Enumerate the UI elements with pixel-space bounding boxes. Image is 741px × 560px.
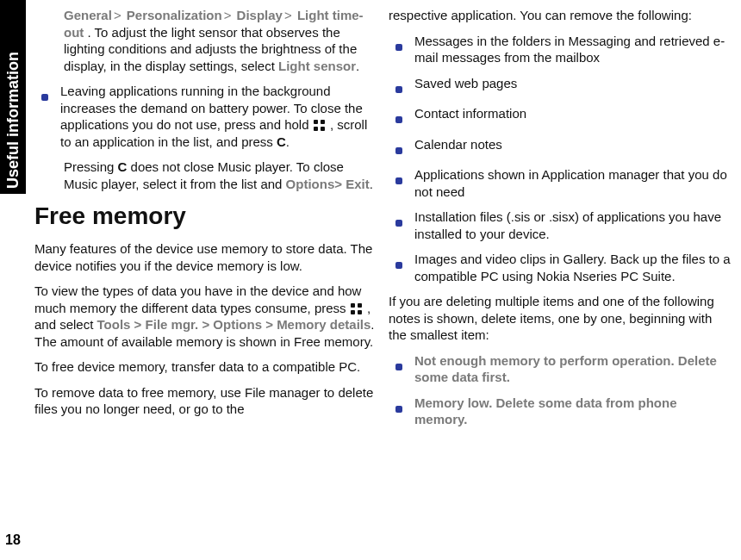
bullet-icon [34, 83, 55, 105]
heading-free-memory: Free memory [34, 201, 378, 232]
text: To view the types of data you have in th… [34, 283, 361, 315]
svg-rect-5 [358, 303, 362, 308]
warning-text: Memory low. Delete some data from phone … [409, 395, 732, 428]
svg-rect-3 [321, 127, 325, 131]
bullet-text: Leaving applications running in the back… [55, 83, 378, 150]
app-key-icon [313, 119, 327, 133]
label-options: Options [286, 177, 335, 191]
label-file-mgr: File mgr. [146, 317, 199, 332]
svg-rect-7 [358, 310, 362, 314]
breadcrumb-sep: > [112, 8, 123, 22]
para-free-memory-3: To free device memory, transfer data to … [34, 358, 378, 376]
warning-text: Not enough memory to perform operation. … [409, 352, 732, 386]
svg-rect-6 [351, 310, 355, 314]
right-column: respective application. You can remove t… [389, 7, 732, 551]
bullet-icon [389, 75, 409, 97]
label-exit: Exit [346, 177, 370, 191]
bullet-item: Not enough memory to perform operation. … [389, 352, 732, 386]
para-breadcrumb-intro: General> Personalization> Display> Light… [34, 7, 378, 74]
text: . [286, 134, 290, 149]
bullet-icon [389, 166, 409, 189]
breadcrumb-sep: > [134, 317, 142, 332]
bullet-text: Saved web pages [409, 75, 732, 92]
para-remove-intro: respective application. You can remove t… [389, 7, 732, 24]
para-free-memory-2: To view the types of data you have in th… [34, 283, 378, 350]
bullet-item: Images and video clips in Gallery. Back … [389, 251, 732, 284]
para-free-memory-4: To remove data to free memory, use File … [34, 384, 378, 418]
side-tab: Useful information [0, 0, 26, 194]
breadcrumb-sep: > [283, 8, 294, 22]
bullet-icon [389, 136, 409, 159]
breadcrumb-item: Display [237, 8, 283, 22]
breadcrumb-item: General [64, 8, 112, 22]
key-c: C [118, 159, 128, 174]
bullet-item: Saved web pages [389, 75, 732, 97]
para-free-memory-1: Many features of the device use memory t… [34, 240, 378, 274]
page-content: General> Personalization> Display> Light… [34, 7, 732, 551]
bullet-item: Calendar notes [389, 136, 732, 159]
page-number: 18 [5, 532, 21, 548]
bullet-icon [389, 105, 409, 128]
bullet-text: Installation files (.sis or .sisx) of ap… [409, 208, 732, 242]
para-text: . [356, 59, 359, 73]
breadcrumb-sep: > [202, 317, 209, 332]
label-light-sensor: Light sensor [278, 59, 356, 73]
svg-rect-2 [314, 127, 318, 131]
bullet-icon [389, 208, 409, 231]
breadcrumb-sep: > [334, 177, 342, 191]
bullet-text: Calendar notes [409, 136, 732, 153]
side-tab-label: Useful information [0, 0, 26, 194]
left-column: General> Personalization> Display> Light… [34, 7, 378, 551]
bullet-item: Memory low. Delete some data from phone … [389, 395, 732, 428]
bullet-icon [389, 352, 409, 375]
bullet-text: Contact information [409, 105, 732, 122]
bullet-item: Messages in the folders in Messaging and… [389, 33, 732, 66]
text: . [370, 177, 373, 191]
breadcrumb-sep: > [222, 8, 234, 22]
text: Pressing [64, 159, 118, 174]
bullet-text: Applications shown in Application manage… [409, 166, 732, 200]
para-delete-note: If you are deleting multiple items and o… [389, 293, 732, 344]
bullet-icon [389, 251, 409, 273]
bullet-icon [389, 395, 409, 417]
bullet-item: Contact information [389, 105, 732, 128]
bullet-icon [389, 33, 409, 55]
bullet-text: Images and video clips in Gallery. Back … [409, 251, 732, 284]
svg-rect-1 [321, 120, 325, 124]
svg-rect-4 [351, 303, 355, 308]
breadcrumb-item: Personalization [127, 8, 222, 22]
svg-rect-0 [314, 120, 318, 124]
bullet-item: Leaving applications running in the back… [34, 83, 378, 150]
label-memory-details: Memory details [277, 317, 370, 332]
label-tools: Tools [97, 317, 131, 332]
bullet-item: Applications shown in Application manage… [389, 166, 732, 200]
bullet-item: Installation files (.sis or .sisx) of ap… [389, 208, 732, 242]
app-key-icon [350, 302, 364, 316]
breadcrumb-sep: > [265, 317, 273, 332]
para-music-player: Pressing C does not close Music player. … [34, 159, 378, 192]
key-c: C [277, 134, 286, 149]
bullet-text: Messages in the folders in Messaging and… [409, 33, 732, 66]
label-options: Options [213, 317, 262, 332]
